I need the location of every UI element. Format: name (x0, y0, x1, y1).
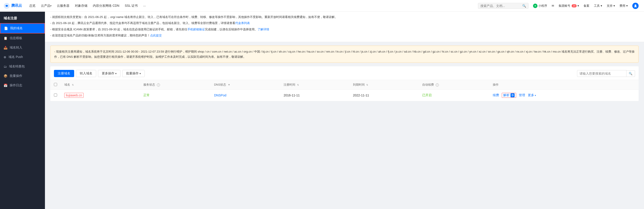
support-label: 支持 (607, 4, 612, 8)
dns-status-value: DNSPod (214, 94, 226, 97)
service-status-value: 正常 (143, 93, 150, 97)
register-time-sort-icon[interactable]: ⇅ (297, 84, 299, 86)
notice-line-4: - 欢迎您提交域名产品的功能/体验/文档等方面的需求和建议，期待您的声音！点此提… (50, 33, 638, 38)
batch-operations-button[interactable]: 批量操作 (122, 70, 145, 77)
more-ops-dropdown[interactable]: 更多 (528, 93, 536, 97)
group-label: 集团账号 (558, 4, 570, 8)
domain-name-link[interactable]: liujiaweb.cn (64, 93, 84, 98)
select-all-checkbox[interactable] (54, 83, 57, 86)
search-area: 🔍 (577, 70, 635, 77)
mini-program-btn[interactable]: 小程序 (531, 0, 549, 12)
svg-point-2 (634, 4, 636, 6)
cost-arrow-icon: ▾ (626, 4, 628, 8)
sidebar-item-domain-transfer[interactable]: 📥 域名转入 (0, 43, 45, 52)
notice-line-2: - 自 2021-06-18 起，腾讯云全产品通用代券、指定代金券均不再适用于域… (50, 20, 638, 26)
nav-cvm[interactable]: 云服务器 (54, 0, 72, 12)
top-navigation: 腾讯云 总览 云产品 云服务器 对象存储 内容分发网络 CDN SSL 证书 ·… (0, 0, 644, 12)
domain-search-button[interactable]: 🔍 (626, 70, 635, 77)
sidebar-item-label-domain-package: 域名特惠包 (9, 64, 25, 68)
sidebar-item-label-domain-push: 域名 Push (8, 55, 23, 59)
my-domains-icon: 📄 (4, 26, 8, 30)
auto-renew-info-icon[interactable]: i (436, 84, 439, 86)
dns-resolve-link[interactable]: 解析 D (502, 93, 516, 98)
warning-box: - 现接相关注册局通知，域名系统将于北京时间 2021-12-06 00:00 … (50, 46, 638, 63)
dnspod-d-icon: D (510, 93, 514, 97)
col-dns-status: DNS状态 ▼ (210, 80, 280, 90)
cost-btn[interactable]: 费用 ▾ (618, 0, 630, 12)
auto-renew-value: 已开启 (422, 93, 432, 97)
backup-btn[interactable]: 备案 (582, 0, 591, 12)
col-register-time: 注册时间 ⇅ (280, 80, 349, 90)
content-area: 注册域名 转入域名 更多操作 批量操作 🔍 (50, 66, 638, 101)
group-arrow-icon: ▾ (578, 4, 579, 8)
transfer-domain-button[interactable]: 转入域名 (76, 70, 96, 77)
sidebar-item-my-domains[interactable]: 📄 我的域名 (0, 23, 45, 34)
logo-icon (4, 3, 10, 9)
tools-btn[interactable]: 工具 ▾ (592, 0, 604, 12)
col-operations: 操作 (489, 80, 638, 90)
voucher-list-link[interactable]: 代金券列表 (235, 21, 250, 25)
nav-cos[interactable]: 对象存储 (72, 0, 90, 12)
main-layout: 域名注册 📄 我的域名 📋 信息模板 📥 域名转入 ⊕ 域名 Push 🗂 域名… (0, 12, 644, 209)
cost-label: 费用 (620, 4, 625, 8)
tools-label: 工具 (594, 4, 600, 8)
notice-line-3: - 根据安全合规及 ICANN 政策要求，自 2021-09-30 起，域名信息… (50, 27, 638, 32)
group-account-btn[interactable]: 集团账号 29 ▾ (557, 0, 581, 12)
warning-text: - 现接相关注册局通知，域名系统将于北京时间 2021-12-06 00:00 … (54, 50, 634, 58)
support-btn[interactable]: 支持 ▾ (605, 0, 617, 12)
sidebar-item-info-template[interactable]: 📋 信息模板 (0, 34, 45, 43)
renew-link[interactable]: 续费 (493, 93, 499, 97)
learn-more-link[interactable]: 了解详情 (258, 28, 269, 31)
more-operations-button[interactable]: 更多操作 (98, 70, 120, 77)
mail-icon: ✉ (552, 4, 554, 8)
backup-label: 备案 (584, 4, 590, 8)
sidebar-item-domain-push[interactable]: ⊕ 域名 Push (0, 52, 45, 62)
toolbar: 注册域名 转入域名 更多操作 批量操作 🔍 (50, 66, 638, 80)
domain-table: 域名 ⇅ 服务状态 i DNS状态 ▼ (50, 80, 638, 101)
register-time-value: 2016-11-11 (284, 94, 300, 97)
domain-package-icon: 🗂 (4, 65, 7, 68)
domain-sort-icon[interactable]: ⇅ (72, 84, 74, 86)
register-domain-button[interactable]: 注册域名 (54, 70, 74, 77)
mini-program-label: 小程序 (538, 4, 547, 8)
notice-bar: - 就授权初次相关变更知：自 2021-06-25 起，.org/.name 域… (45, 12, 644, 42)
search-icon[interactable]: 🔍 (522, 4, 526, 8)
table-header-row: 域名 ⇅ 服务状态 i DNS状态 ▼ (50, 80, 638, 90)
nav-search-input[interactable] (480, 4, 521, 8)
sidebar-item-label-my-domains: 我的域名 (10, 26, 23, 30)
domain-search-input[interactable] (577, 70, 626, 77)
domain-transfer-icon: 📥 (4, 46, 8, 50)
operation-log-icon: 📅 (4, 84, 8, 87)
nav-cloud-products[interactable]: 云产品 (38, 0, 54, 12)
nav-cdn[interactable]: 内容分发网络 CDN (90, 0, 122, 12)
manage-link[interactable]: 管理 (519, 93, 525, 97)
mail-btn[interactable]: ✉ (550, 0, 556, 12)
nav-right-area: 小程序 ✉ 集团账号 29 ▾ 备案 工具 ▾ 支持 ▾ 费用 ▾ (531, 0, 640, 12)
nav-search-box: 🔍 (478, 3, 528, 9)
table-row: liujiaweb.cn 正常 DNSPod 2016-11-11 (50, 90, 638, 101)
sidebar-item-domain-package[interactable]: 🗂 域名特惠包 (0, 62, 45, 71)
expire-time-value: 2022-11-11 (353, 94, 369, 97)
sidebar-item-label-operation-log: 操作日志 (10, 84, 22, 88)
phone-email-verify-link[interactable]: 手机邮箱验证 (188, 28, 205, 31)
main-content: - 就授权初次相关变更知：自 2021-06-25 起，.org/.name 域… (45, 12, 644, 209)
submit-feedback-link[interactable]: 点此提交 (150, 34, 162, 37)
nav-ssl[interactable]: SSL 证书 (122, 0, 140, 12)
nav-more[interactable]: ··· (140, 0, 148, 12)
service-status-info-icon[interactable]: i (157, 84, 160, 86)
nav-overview[interactable]: 总览 (26, 0, 38, 12)
info-template-icon: 📋 (4, 36, 8, 40)
avatar (632, 3, 638, 9)
logo[interactable]: 腾讯云 (4, 3, 22, 9)
dns-status-filter-icon[interactable]: ▼ (228, 84, 230, 86)
support-arrow-icon: ▾ (614, 4, 615, 8)
sidebar-item-operation-log[interactable]: 📅 操作日志 (0, 81, 45, 90)
resolve-text: 解析 (503, 93, 510, 97)
batch-ops-icon: 📦 (4, 74, 8, 78)
sidebar-item-batch-ops[interactable]: 📦 批量操作 (0, 71, 45, 81)
domain-push-icon: ⊕ (4, 55, 6, 59)
user-avatar-btn[interactable] (630, 0, 640, 12)
row-checkbox[interactable] (54, 94, 57, 97)
expire-time-sort-icon[interactable]: ⇅ (366, 84, 368, 86)
group-badge: 29 (572, 4, 576, 8)
